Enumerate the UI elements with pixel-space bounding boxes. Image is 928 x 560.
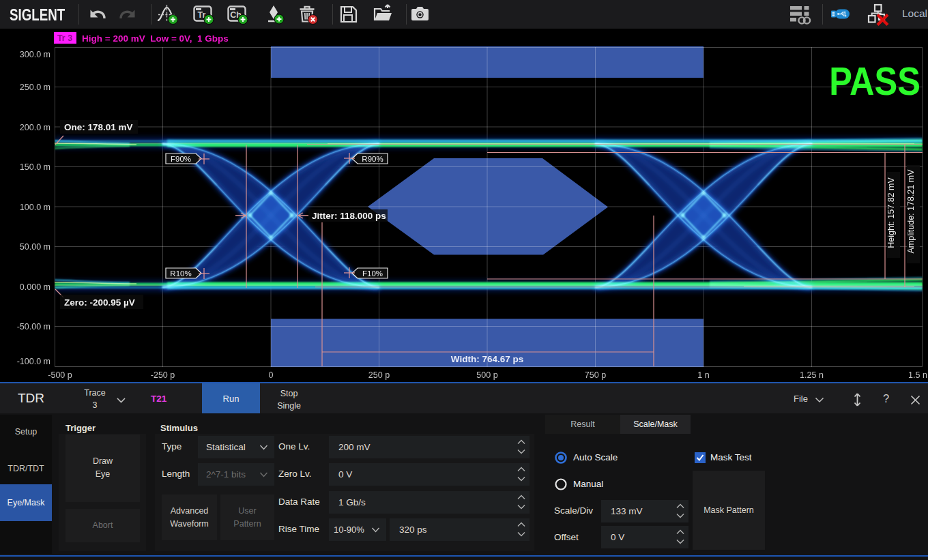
svg-text:300.0 m: 300.0 m bbox=[20, 50, 50, 59]
svg-text:500 p: 500 p bbox=[476, 370, 497, 380]
svg-text:High = 200 mV Low = 0V, 1 Gb: High = 200 mV Low = 0V, 1 Gbps bbox=[82, 33, 229, 44]
svg-text:150.0 m: 150.0 m bbox=[20, 162, 50, 172]
svg-text:-250 p: -250 p bbox=[151, 370, 175, 380]
svg-text:Height: 157.82 mV: Height: 157.82 mV bbox=[886, 177, 896, 248]
svg-text:1.25 n: 1.25 n bbox=[800, 370, 824, 380]
svg-text:One: 178.01 mV: One: 178.01 mV bbox=[64, 122, 133, 132]
svg-text:750 p: 750 p bbox=[585, 370, 606, 380]
svg-text:Zero: -200.95 µV: Zero: -200.95 µV bbox=[64, 297, 135, 308]
svg-text:100.0 m: 100.0 m bbox=[20, 203, 50, 212]
svg-text:R10%: R10% bbox=[170, 269, 191, 278]
svg-text:R90%: R90% bbox=[362, 155, 383, 163]
svg-text:-50.00 m: -50.00 m bbox=[17, 322, 50, 331]
svg-text:250.0 m: 250.0 m bbox=[20, 83, 50, 92]
svg-text:Amplitude: 178.21 mV: Amplitude: 178.21 mV bbox=[906, 169, 916, 254]
svg-text:50.00 m: 50.00 m bbox=[20, 242, 50, 252]
svg-text:F10%: F10% bbox=[362, 269, 383, 278]
svg-text:0.000 m: 0.000 m bbox=[20, 282, 50, 292]
svg-text:0: 0 bbox=[269, 370, 274, 380]
svg-text:250 p: 250 p bbox=[368, 370, 390, 380]
svg-text:Tr 3: Tr 3 bbox=[57, 33, 72, 43]
svg-text:1 n: 1 n bbox=[697, 370, 709, 380]
svg-text:PASS: PASS bbox=[829, 59, 920, 104]
svg-text:-100.0 m: -100.0 m bbox=[17, 357, 50, 366]
svg-text:-500 p: -500 p bbox=[48, 370, 72, 380]
svg-text:Width: 764.67 ps: Width: 764.67 ps bbox=[451, 354, 523, 364]
svg-text:F90%: F90% bbox=[171, 155, 191, 163]
svg-text:1.5 n: 1.5 n bbox=[908, 370, 927, 380]
svg-text:200.0 m: 200.0 m bbox=[20, 123, 50, 132]
svg-text:Jitter: 118.000 ps: Jitter: 118.000 ps bbox=[312, 211, 386, 221]
